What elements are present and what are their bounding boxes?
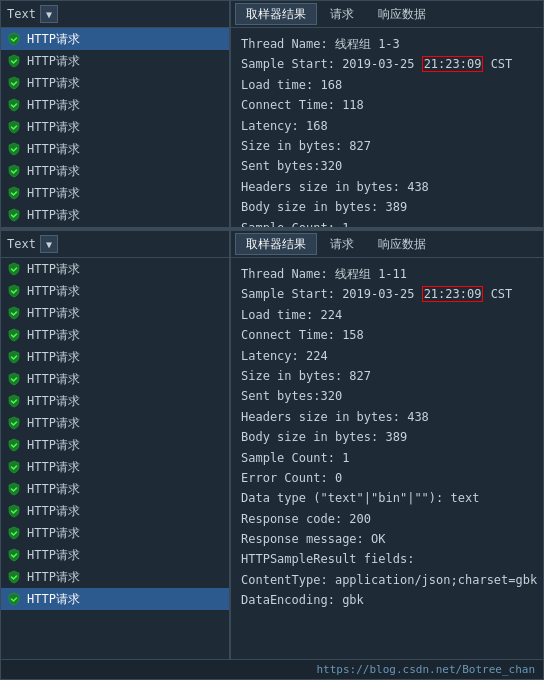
bottom-list-item[interactable]: HTTP请求 [1,500,229,522]
bottom-list-item[interactable]: HTTP请求 [1,588,229,610]
top-detail-content: Thread Name: 线程组 1-3Sample Start: 2019-0… [231,28,543,227]
top-panel: Text ▼ HTTP请求 HTTP请求 HTTP请求 HTTP请求 HTTP请… [0,0,544,228]
tab-请求[interactable]: 请求 [319,233,365,255]
bottom-list-item[interactable]: HTTP请求 [1,324,229,346]
detail-line: Sent bytes:320 [241,156,533,176]
tab-响应数据[interactable]: 响应数据 [367,233,437,255]
bottom-list-item[interactable]: HTTP请求 [1,434,229,456]
top-list: HTTP请求 HTTP请求 HTTP请求 HTTP请求 HTTP请求 HTTP请… [1,28,229,227]
detail-line: Sample Count: 1 [241,218,533,227]
bottom-detail-content: Thread Name: 线程组 1-11Sample Start: 2019-… [231,258,543,659]
tab-取样器结果[interactable]: 取样器结果 [235,233,317,255]
detail-line: Headers size in bytes: 438 [241,407,533,427]
bottom-list-item[interactable]: HTTP请求 [1,456,229,478]
bottom-panel: Text ▼ HTTP请求 HTTP请求 HTTP请求 HTTP请求 HTTP请… [0,230,544,680]
shield-icon [7,504,21,518]
shield-icon [7,142,21,156]
shield-icon [7,262,21,276]
tab-取样器结果[interactable]: 取样器结果 [235,3,317,25]
detail-line: Sent bytes:320 [241,386,533,406]
shield-icon [7,482,21,496]
bottom-left-pane: Text ▼ HTTP请求 HTTP请求 HTTP请求 HTTP请求 HTTP请… [1,231,231,659]
detail-line: Load time: 224 [241,305,533,325]
detail-line: Body size in bytes: 389 [241,197,533,217]
shield-icon [7,372,21,386]
shield-icon [7,98,21,112]
bottom-list-item[interactable]: HTTP请求 [1,390,229,412]
detail-line: Size in bytes: 827 [241,136,533,156]
detail-line: Sample Start: 2019-03-25 21:23:09 CST [241,54,533,74]
bottom-left-header: Text ▼ [1,231,229,258]
shield-icon [7,54,21,68]
detail-line: Thread Name: 线程组 1-3 [241,34,533,54]
shield-icon [7,438,21,452]
detail-line: Sample Start: 2019-03-25 21:23:09 CST [241,284,533,304]
bottom-list-item[interactable]: HTTP请求 [1,522,229,544]
footer-bar: https://blog.csdn.net/Botree_chan [1,659,543,679]
bottom-list-item[interactable]: HTTP请求 [1,280,229,302]
detail-line: HTTPSampleResult fields: [241,549,533,569]
top-list-item[interactable]: HTTP请求 [1,50,229,72]
top-left-pane: Text ▼ HTTP请求 HTTP请求 HTTP请求 HTTP请求 HTTP请… [1,1,231,227]
shield-icon [7,186,21,200]
shield-icon [7,460,21,474]
top-left-dropdown[interactable]: ▼ [40,5,58,23]
bottom-left-dropdown[interactable]: ▼ [40,235,58,253]
detail-line: Connect Time: 158 [241,325,533,345]
bottom-list-item[interactable]: HTTP请求 [1,368,229,390]
detail-line: Response code: 200 [241,509,533,529]
bottom-list-item[interactable]: HTTP请求 [1,544,229,566]
highlight-time: 21:23:09 [422,56,484,72]
top-list-item[interactable]: HTTP请求 [1,138,229,160]
bottom-list-item[interactable]: HTTP请求 [1,346,229,368]
top-list-item[interactable]: HTTP请求 [1,160,229,182]
detail-line: Connect Time: 118 [241,95,533,115]
shield-icon [7,164,21,178]
shield-icon [7,526,21,540]
detail-line: Thread Name: 线程组 1-11 [241,264,533,284]
shield-icon [7,284,21,298]
shield-icon [7,76,21,90]
detail-line: Sample Count: 1 [241,448,533,468]
top-list-item[interactable]: HTTP请求 [1,94,229,116]
detail-line: ContentType: application/json;charset=gb… [241,570,533,590]
shield-icon [7,548,21,562]
detail-line: Response message: OK [241,529,533,549]
bottom-list-item[interactable]: HTTP请求 [1,478,229,500]
top-right-pane: 取样器结果请求响应数据 Thread Name: 线程组 1-3Sample S… [231,1,543,227]
detail-line: Load time: 168 [241,75,533,95]
footer-url: https://blog.csdn.net/Botree_chan [316,663,535,676]
detail-line: DataEncoding: gbk [241,590,533,610]
detail-line: Data type ("text"|"bin"|""): text [241,488,533,508]
shield-icon [7,350,21,364]
bottom-list: HTTP请求 HTTP请求 HTTP请求 HTTP请求 HTTP请求 HTTP请… [1,258,229,659]
bottom-tabs-bar: 取样器结果请求响应数据 [231,231,543,258]
detail-line: Body size in bytes: 389 [241,427,533,447]
top-list-item[interactable]: HTTP请求 [1,28,229,50]
shield-icon [7,32,21,46]
shield-icon [7,416,21,430]
top-tabs-bar: 取样器结果请求响应数据 [231,1,543,28]
shield-icon [7,208,21,222]
top-list-item[interactable]: HTTP请求 [1,116,229,138]
tab-请求[interactable]: 请求 [319,3,365,25]
detail-line: Latency: 168 [241,116,533,136]
top-list-item[interactable]: HTTP请求 [1,182,229,204]
detail-line: Latency: 224 [241,346,533,366]
top-list-item[interactable]: HTTP请求 [1,72,229,94]
detail-line: Headers size in bytes: 438 [241,177,533,197]
highlight-time: 21:23:09 [422,286,484,302]
bottom-list-item[interactable]: HTTP请求 [1,302,229,324]
shield-icon [7,306,21,320]
bottom-list-item[interactable]: HTTP请求 [1,566,229,588]
shield-icon [7,328,21,342]
shield-icon [7,570,21,584]
top-list-item[interactable]: HTTP请求 [1,204,229,226]
tab-响应数据[interactable]: 响应数据 [367,3,437,25]
bottom-right-pane: 取样器结果请求响应数据 Thread Name: 线程组 1-11Sample … [231,231,543,659]
detail-line: Error Count: 0 [241,468,533,488]
bottom-list-item[interactable]: HTTP请求 [1,258,229,280]
shield-icon [7,120,21,134]
shield-icon [7,592,21,606]
bottom-list-item[interactable]: HTTP请求 [1,412,229,434]
